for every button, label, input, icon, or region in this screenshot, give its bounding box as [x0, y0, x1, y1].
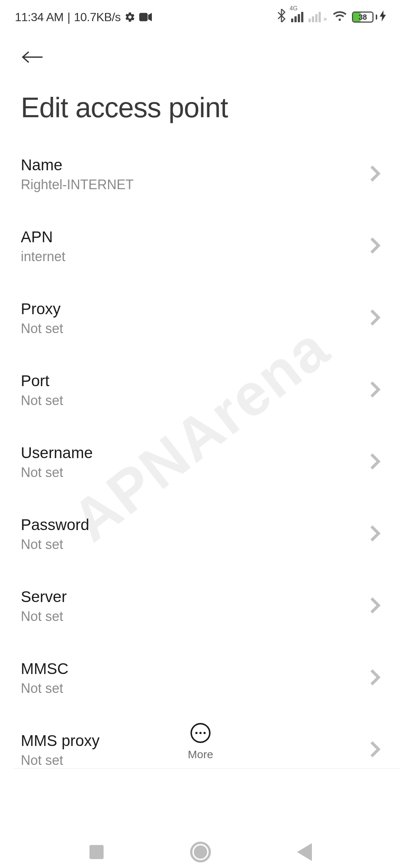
wifi-icon	[333, 10, 347, 24]
setting-value: internet	[21, 249, 65, 264]
setting-label: Proxy	[21, 300, 63, 318]
setting-label: APN	[21, 228, 65, 246]
setting-value: Not set	[21, 393, 63, 408]
status-separator: |	[67, 10, 70, 24]
chevron-right-icon	[370, 165, 380, 183]
setting-username[interactable]: Username Not set	[21, 426, 380, 498]
settings-list: Name Rightel-INTERNET APN internet Proxy…	[0, 138, 401, 786]
chevron-right-icon	[370, 597, 380, 615]
chevron-right-icon	[370, 525, 380, 543]
status-time: 11:34 AM	[15, 10, 63, 24]
setting-value: Not set	[21, 609, 67, 624]
setting-label: Port	[21, 372, 63, 390]
chevron-right-icon	[370, 669, 380, 687]
status-left: 11:34 AM | 10.7KB/s	[15, 10, 152, 24]
setting-password[interactable]: Password Not set	[21, 498, 380, 570]
gear-icon	[124, 11, 136, 23]
page-title: Edit access point	[0, 69, 401, 138]
signal-sim1: 4G	[291, 12, 303, 22]
setting-label: Username	[21, 444, 93, 462]
chevron-right-icon	[370, 309, 380, 327]
back-button[interactable]	[21, 45, 45, 69]
svg-rect-0	[139, 13, 148, 22]
arrow-left-icon	[21, 50, 45, 65]
setting-value: Not set	[21, 681, 68, 696]
chevron-right-icon	[370, 453, 380, 471]
status-net-speed: 10.7KB/s	[74, 10, 121, 24]
camera-icon	[139, 13, 152, 22]
setting-value: Not set	[21, 537, 89, 552]
triangle-left-icon	[297, 843, 312, 861]
circle-icon	[190, 842, 211, 862]
more-icon	[190, 723, 211, 743]
signal-x-icon: ✕	[323, 16, 327, 22]
status-bar: 11:34 AM | 10.7KB/s 4G ✕	[0, 0, 401, 34]
nav-recents-button[interactable]	[82, 837, 111, 867]
setting-value: Rightel-INTERNET	[21, 177, 134, 193]
battery-percent: 38	[353, 13, 372, 22]
nav-divider	[13, 768, 401, 769]
nav-home-button[interactable]	[186, 837, 215, 867]
setting-mmsc[interactable]: MMSC Not set	[21, 642, 380, 714]
setting-value: Not set	[21, 321, 63, 336]
signal-bars-off-icon	[309, 12, 321, 22]
setting-name[interactable]: Name Rightel-INTERNET	[21, 138, 380, 210]
charging-bolt-icon	[379, 10, 386, 24]
setting-label: Name	[21, 156, 134, 174]
signal-bars-icon	[291, 12, 303, 22]
setting-server[interactable]: Server Not set	[21, 570, 380, 642]
square-icon	[89, 845, 104, 859]
more-label: More	[188, 748, 213, 761]
setting-apn[interactable]: APN internet	[21, 210, 380, 282]
chevron-right-icon	[370, 381, 380, 399]
status-right: 4G ✕ 38	[277, 9, 386, 25]
battery-body-icon: 38	[352, 11, 374, 23]
setting-label: Server	[21, 588, 67, 606]
setting-label: MMSC	[21, 660, 68, 678]
chevron-right-icon	[370, 237, 380, 255]
signal-4g-label: 4G	[290, 5, 297, 12]
setting-label: Password	[21, 516, 89, 534]
setting-value: Not set	[21, 465, 93, 480]
navigation-bar	[0, 824, 401, 868]
battery-indicator: 38	[352, 10, 386, 24]
setting-proxy[interactable]: Proxy Not set	[21, 282, 380, 354]
nav-back-button[interactable]	[290, 837, 319, 867]
more-button[interactable]: More	[188, 723, 213, 761]
bluetooth-icon	[277, 9, 286, 25]
signal-sim2: ✕	[309, 12, 327, 22]
setting-port[interactable]: Port Not set	[21, 354, 380, 426]
